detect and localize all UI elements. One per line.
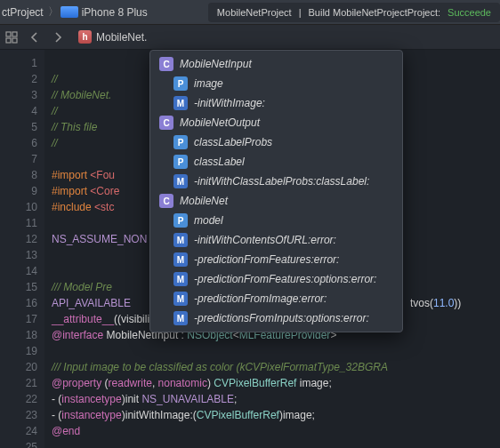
symbol-label: model [194, 214, 223, 227]
symbol-item[interactable]: M-predictionFromFeatures:options:error: [150, 269, 402, 289]
class-icon: C [159, 194, 173, 208]
symbol-label: -initWithImage: [194, 97, 265, 109]
line-number: 12 [0, 231, 37, 247]
property-icon: P [173, 135, 188, 149]
symbol-label: -predictionFromFeatures:options:error: [194, 273, 376, 285]
status-msg: Build MobileNetProjectProject: [308, 7, 440, 18]
method-icon: M [173, 272, 188, 286]
device-label: iPhone 8 Plus [82, 6, 148, 19]
symbol-item[interactable]: M-predictionsFromInputs:options:error: [150, 308, 402, 328]
tab-bar: h MobileNet. [0, 25, 500, 50]
line-number: 1 [0, 55, 37, 71]
tab-mobilenet[interactable]: h MobileNet. [69, 30, 156, 44]
method-icon: M [173, 311, 188, 325]
symbol-label: classLabel [194, 156, 245, 168]
svg-rect-2 [6, 38, 11, 43]
method-icon: M [173, 233, 188, 247]
class-icon: C [159, 116, 173, 130]
line-number: 22 [0, 391, 37, 407]
symbol-label: -initWithClassLabelProbs:classLabel: [194, 175, 369, 188]
line-number: 21 [0, 375, 37, 391]
symbol-item[interactable]: M-initWithImage: [150, 93, 402, 113]
symbol-item[interactable]: PclassLabel [150, 152, 402, 172]
symbol-label: MobileNetInput [180, 58, 252, 70]
svg-rect-1 [12, 32, 17, 36]
symbol-item[interactable]: Pimage [150, 74, 402, 93]
status-project: MobileNetProject [217, 7, 292, 18]
scheme-selector[interactable]: iPhone 8 Plus [59, 6, 152, 19]
symbol-label: -predictionFromImage:error: [194, 292, 327, 305]
class-icon: C [159, 57, 173, 71]
symbol-label: -predictionFromFeatures:error: [194, 253, 339, 266]
symbol-class[interactable]: CMobileNet [150, 191, 402, 211]
device-icon [60, 6, 78, 18]
property-icon: P [173, 76, 188, 91]
svg-rect-3 [12, 38, 17, 43]
line-number: 4 [0, 103, 37, 119]
status-sep: | [299, 7, 302, 18]
symbol-label: image [194, 77, 223, 90]
line-number: 23 [0, 407, 37, 423]
symbol-class[interactable]: CMobileNetInput [150, 54, 402, 74]
symbol-item[interactable]: Pmodel [150, 211, 402, 230]
property-icon: P [173, 213, 188, 228]
line-number: 7 [0, 151, 37, 167]
line-number: 17 [0, 311, 37, 327]
line-number: 11 [0, 215, 37, 231]
line-number: 2 [0, 71, 37, 87]
method-icon: M [173, 252, 188, 267]
symbol-item[interactable]: M-initWithClassLabelProbs:classLabel: [150, 172, 402, 191]
line-number: 9 [0, 183, 37, 199]
line-number: 5 [0, 119, 37, 135]
chevron-right-icon: 〉 [48, 4, 59, 20]
line-number: 13 [0, 247, 37, 263]
line-number: 15 [0, 279, 37, 295]
line-number: 24 [0, 423, 37, 439]
line-number: 18 [0, 327, 37, 343]
symbol-label: MobileNetOutput [180, 116, 260, 129]
status-result: Succeede [448, 7, 491, 18]
line-number: 3 [0, 87, 37, 103]
related-items-button[interactable] [0, 25, 23, 50]
breadcrumb-project[interactable]: ctProject [0, 6, 48, 19]
method-icon: M [173, 292, 188, 306]
status-bar[interactable]: MobileNetProject | Build MobileNetProjec… [208, 3, 500, 22]
header-file-icon: h [78, 30, 92, 44]
line-number: 20 [0, 359, 37, 375]
line-gutter: 1234567891011121314151617181920212223242… [0, 50, 44, 448]
symbol-label: MobileNet [180, 195, 228, 207]
symbol-label: classLabelProbs [194, 136, 272, 148]
symbol-class[interactable]: CMobileNetOutput [150, 113, 402, 132]
svg-rect-0 [6, 32, 11, 36]
method-icon: M [173, 174, 188, 188]
line-number: 14 [0, 263, 37, 279]
forward-button[interactable] [46, 25, 69, 50]
tab-label: MobileNet. [96, 31, 147, 44]
property-icon: P [173, 155, 188, 169]
line-number: 8 [0, 167, 37, 183]
symbol-item[interactable]: M-initWithContentsOfURL:error: [150, 230, 402, 250]
back-button[interactable] [23, 25, 46, 50]
symbol-label: -initWithContentsOfURL:error: [194, 234, 336, 246]
method-icon: M [173, 96, 188, 110]
line-number: 16 [0, 295, 37, 311]
line-number: 6 [0, 135, 37, 151]
symbol-item[interactable]: M-predictionFromFeatures:error: [150, 250, 402, 269]
symbol-label: -predictionsFromInputs:options:error: [194, 312, 369, 324]
symbol-navigator-popup[interactable]: CMobileNetInputPimageM-initWithImage:CMo… [149, 50, 403, 332]
symbol-item[interactable]: PclassLabelProbs [150, 132, 402, 152]
line-number: 19 [0, 343, 37, 359]
line-number: 10 [0, 199, 37, 215]
toolbar: ctProject 〉 iPhone 8 Plus MobileNetProje… [0, 0, 500, 25]
line-number: 25 [0, 439, 37, 448]
code-editor[interactable]: 1234567891011121314151617181920212223242… [0, 50, 500, 448]
symbol-item[interactable]: M-predictionFromImage:error: [150, 289, 402, 308]
